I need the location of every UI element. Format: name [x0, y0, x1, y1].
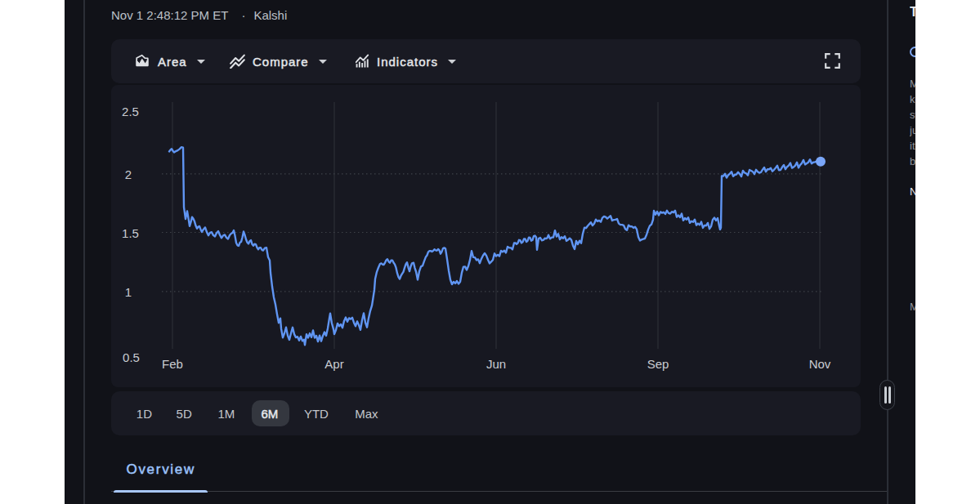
svg-text:2.5: 2.5 — [122, 105, 139, 118]
svg-text:Feb: Feb — [162, 357, 183, 371]
svg-text:Nov: Nov — [809, 357, 831, 371]
svg-text:1: 1 — [125, 285, 132, 299]
svg-text:0.5: 0.5 — [123, 350, 140, 364]
svg-text:2: 2 — [125, 167, 132, 181]
svg-text:1.5: 1.5 — [122, 226, 139, 240]
svg-text:Sep: Sep — [647, 357, 669, 371]
svg-text:Apr: Apr — [324, 357, 343, 371]
svg-text:Jun: Jun — [486, 357, 506, 371]
